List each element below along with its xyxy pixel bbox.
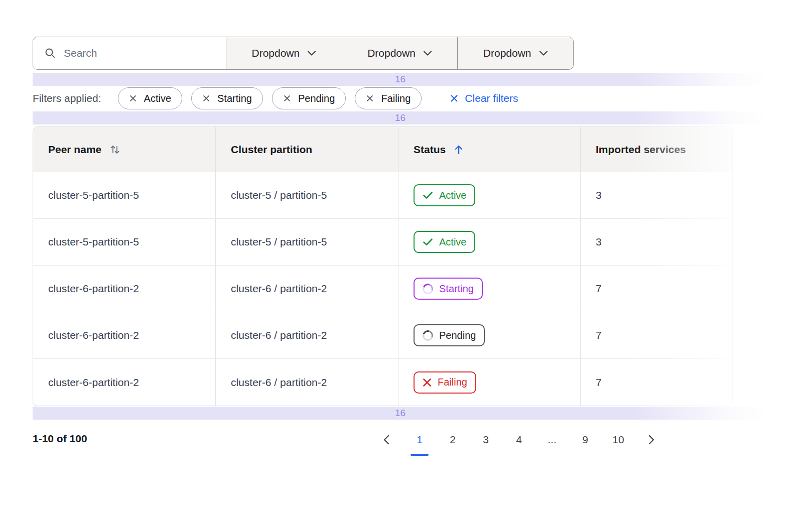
column-header-label: Status (414, 144, 446, 156)
dropdown-button-2[interactable]: Dropdown (342, 37, 458, 69)
spacing-marker-16: 16 (33, 407, 768, 420)
spacing-marker-16: 16 (33, 111, 768, 124)
check-icon (423, 191, 433, 199)
cell-peer-name: cluster-5-partition-5 (33, 219, 215, 265)
page-number: 9 (582, 434, 588, 446)
column-header-label: Peer name (48, 144, 101, 156)
cell-status: Active (398, 172, 580, 218)
chevron-down-icon (423, 50, 432, 56)
cell-peer-name: cluster-6-partition-2 (33, 312, 215, 358)
cell-cluster-partition: cluster-5 / partition-5 (215, 219, 398, 265)
column-header-imported-services: Imported services (580, 127, 732, 172)
table-row: cluster-6-partition-2 cluster-6 / partit… (33, 359, 732, 406)
cell-imported-services: 7 (580, 312, 732, 358)
page-number: 1 (417, 434, 423, 446)
status-badge-label: Pending (439, 330, 476, 341)
status-badge-starting: Starting (414, 278, 483, 300)
page-number: 4 (516, 434, 522, 446)
status-badge-pending: Pending (414, 324, 485, 346)
cell-cluster-partition: cluster-6 / partition-2 (215, 266, 398, 312)
remove-filter-icon[interactable] (366, 94, 374, 102)
cell-imported-services: 3 (580, 219, 732, 265)
status-badge-label: Active (439, 190, 466, 201)
column-header-cluster-partition: Cluster partition (215, 127, 398, 172)
dropdown-button-3[interactable]: Dropdown (457, 37, 573, 69)
x-icon (423, 378, 432, 387)
remove-filter-icon[interactable] (129, 94, 137, 102)
status-badge-label: Starting (439, 283, 474, 295)
column-header-status[interactable]: Status (398, 127, 580, 172)
dropdown-label: Dropdown (483, 47, 531, 59)
pagination-summary: 1-10 of 100 (33, 433, 87, 445)
filters-applied-label: Filters applied: (33, 92, 101, 104)
dropdown-button-1[interactable]: Dropdown (226, 37, 342, 69)
clear-filters-icon (450, 94, 459, 103)
status-badge-active: Active (414, 184, 475, 206)
filter-chip-label: Pending (298, 93, 335, 104)
cell-imported-services: 3 (580, 172, 732, 218)
chevron-down-icon (539, 50, 548, 56)
status-badge-failing: Failing (414, 371, 476, 394)
page-number: 3 (483, 434, 489, 446)
cell-status: Starting (398, 266, 580, 312)
filter-chip-label: Starting (217, 93, 252, 104)
spacing-value: 16 (395, 408, 405, 419)
filter-chip-pending[interactable]: Pending (272, 87, 346, 109)
page-button-10[interactable]: 10 (608, 428, 628, 452)
filter-chip-label: Failing (381, 93, 411, 104)
dropdown-label: Dropdown (367, 47, 416, 59)
chevron-down-icon (307, 50, 316, 56)
spacing-marker-16: 16 (33, 73, 768, 86)
page-button-1[interactable]: 1 (410, 428, 430, 452)
remove-filter-icon[interactable] (283, 94, 291, 102)
page-number: 10 (612, 434, 624, 446)
page-ellipsis: ... (542, 428, 562, 452)
previous-page-button[interactable] (376, 428, 396, 452)
page-button-3[interactable]: 3 (476, 428, 496, 452)
column-header-label: Imported services (596, 144, 686, 156)
clear-filters-button[interactable]: Clear filters (450, 92, 518, 104)
search-input[interactable] (64, 47, 214, 59)
filter-chip-active[interactable]: Active (118, 87, 182, 109)
dropdown-label: Dropdown (251, 47, 300, 59)
next-page-button[interactable] (641, 428, 661, 452)
cell-cluster-partition: cluster-5 / partition-5 (215, 172, 398, 218)
status-badge-active: Active (414, 231, 475, 253)
page-number: 2 (450, 434, 456, 446)
page-button-4[interactable]: 4 (509, 428, 529, 452)
table-row: cluster-5-partition-5 cluster-5 / partit… (33, 172, 732, 219)
sort-ascending-icon (454, 144, 464, 155)
column-header-peer-name[interactable]: Peer name (33, 127, 215, 172)
cell-status: Pending (398, 312, 580, 358)
page-button-2[interactable]: 2 (443, 428, 463, 452)
page-button-9[interactable]: 9 (575, 428, 595, 452)
filter-chip-failing[interactable]: Failing (355, 87, 422, 109)
filter-chip-starting[interactable]: Starting (191, 87, 263, 109)
filter-chip-label: Active (144, 93, 171, 104)
table-header-row: Peer name Cluster partition Status Impor… (33, 127, 732, 172)
spinner-icon (421, 282, 435, 296)
peers-table: Peer name Cluster partition Status Impor… (33, 126, 733, 406)
clear-filters-label: Clear filters (465, 92, 518, 104)
current-page-indicator (411, 454, 429, 456)
search-icon (44, 47, 56, 59)
status-badge-label: Failing (438, 376, 467, 388)
cell-peer-name: cluster-5-partition-5 (33, 172, 215, 218)
table-row: cluster-5-partition-5 cluster-5 / partit… (33, 219, 732, 266)
table-row: cluster-6-partition-2 cluster-6 / partit… (33, 312, 732, 359)
page-number: ... (548, 434, 557, 446)
cell-status: Failing (398, 359, 580, 406)
remove-filter-icon[interactable] (202, 94, 210, 102)
table-row: cluster-6-partition-2 cluster-6 / partit… (33, 266, 732, 312)
cell-cluster-partition: cluster-6 / partition-2 (215, 312, 398, 358)
cell-cluster-partition: cluster-6 / partition-2 (215, 359, 398, 406)
cell-imported-services: 7 (580, 266, 732, 312)
search-box[interactable] (33, 37, 226, 69)
cell-status: Active (398, 219, 580, 265)
cell-imported-services: 7 (580, 359, 732, 406)
cell-peer-name: cluster-6-partition-2 (33, 266, 215, 312)
sort-updown-icon (109, 144, 120, 155)
spinner-icon (421, 328, 435, 342)
status-badge-label: Active (439, 236, 466, 248)
spacing-value: 16 (395, 74, 405, 85)
